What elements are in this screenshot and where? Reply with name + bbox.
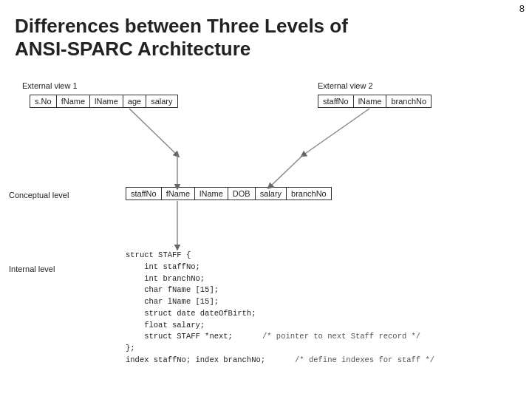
field-staffno: staffNo [318, 95, 354, 107]
code-block: struct STAFF { int staffNo; int branchNo… [126, 250, 434, 366]
slide-title: Differences between Three Levels of ANSI… [15, 15, 348, 61]
field-lname2: lName [354, 95, 387, 107]
conceptual-level-label: Conceptual level [9, 191, 69, 200]
c-field-fname: fName [162, 188, 195, 200]
external-view-2-label: External view 2 [318, 81, 373, 90]
svg-line-4 [270, 155, 303, 187]
conceptual-table: staffNo fName lName DOB salary branchNo [126, 187, 332, 200]
field-lname: lName [90, 95, 123, 107]
field-branchno: branchNo [386, 95, 431, 107]
slide-number: 8 [519, 3, 525, 14]
svg-line-3 [303, 109, 369, 155]
field-age: age [123, 95, 146, 107]
external-view-1-label: External view 1 [22, 81, 78, 90]
field-fname: fName [57, 95, 90, 107]
c-field-staffno: staffNo [126, 188, 162, 200]
external-view-1-table: s.No fName lName age salary [30, 95, 178, 108]
field-salary: salary [146, 95, 177, 107]
field-sno: s.No [30, 95, 57, 107]
c-field-lname: lName [195, 188, 228, 200]
external-view-2-table: staffNo lName branchNo [318, 95, 432, 108]
svg-line-1 [129, 109, 177, 155]
c-field-dob: DOB [228, 188, 256, 200]
internal-level-label: Internal level [9, 265, 55, 273]
c-field-branchno: branchNo [287, 188, 331, 200]
c-field-salary: salary [256, 188, 287, 200]
